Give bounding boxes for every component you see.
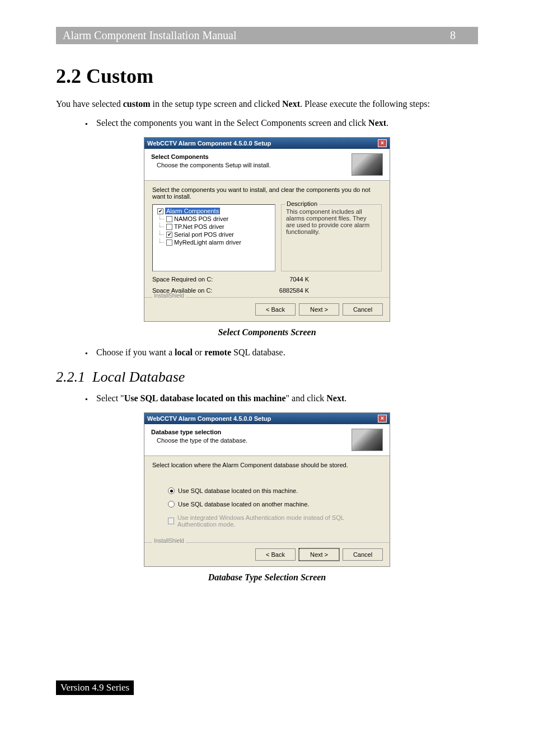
dialog-title: WebCCTV Alarm Component 4.5.0.0 Setup — [147, 140, 271, 147]
radio-icon[interactable] — [168, 487, 175, 494]
cancel-button[interactable]: Cancel — [343, 548, 383, 561]
bullet-select-components: Select the components you want in the Se… — [85, 118, 478, 128]
radio-local-machine[interactable]: Use SQL database located on this machine… — [168, 487, 382, 494]
tree-item-tpnet[interactable]: TP.Net POS driver — [155, 223, 273, 231]
checkbox-integrated-auth: Use integrated Windows Authentication mo… — [168, 514, 382, 528]
dialog-subheading: Choose the components Setup will install… — [157, 162, 352, 168]
next-button[interactable]: Next > — [299, 303, 339, 316]
dialog-heading: Database type selection — [151, 429, 352, 435]
description-legend: Description — [285, 200, 319, 207]
next-button[interactable]: Next > — [299, 548, 339, 561]
checkbox-icon[interactable] — [166, 240, 172, 246]
tree-item-serial[interactable]: Serial port POS driver — [155, 231, 273, 238]
radio-icon[interactable] — [168, 501, 175, 508]
dialog-instruction: Select location where the Alarm Componen… — [152, 462, 382, 468]
checkbox-icon[interactable] — [157, 208, 163, 214]
close-icon[interactable]: × — [378, 139, 387, 147]
tree-item-namos[interactable]: NAMOS POS driver — [155, 215, 273, 223]
back-button[interactable]: < Back — [255, 548, 296, 561]
radio-another-machine[interactable]: Use SQL database located on another mach… — [168, 501, 382, 508]
component-tree[interactable]: Alarm Components NAMOS POS driver TP.Net… — [152, 204, 275, 271]
subsection-heading: 2.2.1 Local Database — [56, 369, 478, 386]
bullet-choose-db: Choose if you want a local or remote SQL… — [85, 348, 478, 358]
tree-item-myredlight[interactable]: MyRedLight alarm driver — [155, 238, 273, 246]
database-type-dialog: WebCCTV Alarm Component 4.5.0.0 Setup × … — [144, 412, 390, 567]
dialog-banner-icon — [352, 153, 383, 176]
doc-header: Alarm Component Installation Manual 8 — [56, 27, 478, 44]
figure-caption-2: Database Type Selection Screen — [56, 572, 478, 583]
dialog-banner-icon — [352, 429, 383, 451]
space-required-row: Space Required on C: 7044 K — [152, 276, 309, 283]
description-groupbox: Description This component includes all … — [281, 204, 382, 271]
figure-caption-1: Select Components Screen — [56, 327, 478, 337]
doc-footer: Version 4.9 Series — [56, 680, 134, 695]
checkbox-icon — [168, 518, 174, 524]
dialog-title: WebCCTV Alarm Component 4.5.0.0 Setup — [147, 415, 271, 422]
dialog-subheading: Choose the type of the database. — [157, 437, 352, 444]
description-text: This component includes all alarms compo… — [286, 208, 377, 235]
section-heading: 2.2 Custom — [56, 64, 478, 88]
dialog-instruction: Select the components you want to instal… — [152, 186, 382, 200]
close-icon[interactable]: × — [378, 415, 387, 422]
checkbox-icon[interactable] — [166, 216, 172, 222]
intro-paragraph: You have selected custom in the setup ty… — [56, 99, 478, 109]
checkbox-icon[interactable] — [166, 224, 172, 230]
dialog-titlebar: WebCCTV Alarm Component 4.5.0.0 Setup × — [144, 413, 390, 424]
bullet-select-local: Select "Use SQL database located on this… — [85, 393, 478, 403]
installshield-label: InstallShield — [152, 538, 186, 544]
doc-header-page: 8 — [450, 29, 471, 42]
installshield-label: InstallShield — [152, 293, 186, 299]
dialog-heading: Select Components — [151, 153, 352, 160]
doc-header-title: Alarm Component Installation Manual — [63, 29, 237, 42]
cancel-button[interactable]: Cancel — [343, 303, 383, 316]
select-components-dialog: WebCCTV Alarm Component 4.5.0.0 Setup × … — [144, 137, 390, 322]
dialog-titlebar: WebCCTV Alarm Component 4.5.0.0 Setup × — [144, 138, 390, 149]
tree-item-alarm-components[interactable]: Alarm Components — [155, 207, 273, 215]
checkbox-icon[interactable] — [166, 232, 172, 238]
back-button[interactable]: < Back — [255, 303, 296, 316]
